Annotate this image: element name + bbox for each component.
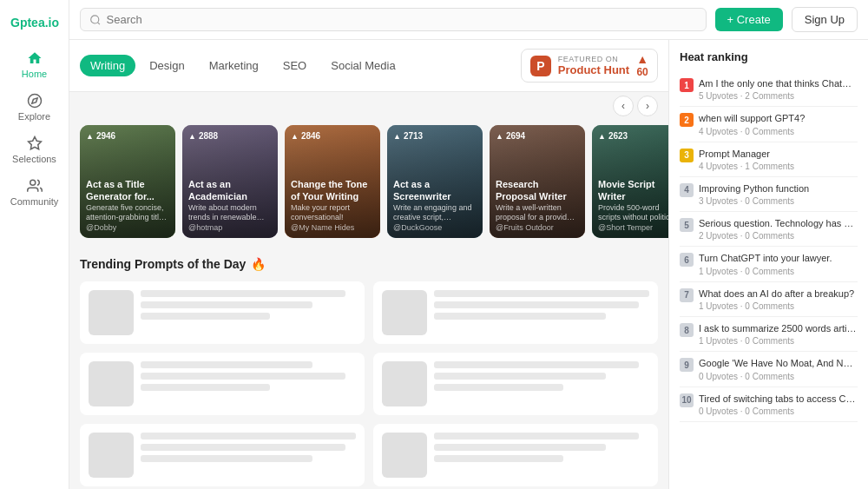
heat-rank-badge: 4 [680, 183, 694, 197]
svg-marker-1 [31, 98, 36, 103]
search-wrap [80, 8, 707, 31]
heat-item-title: Google 'We Have No Moat, And Neither Doe… [699, 357, 858, 369]
star-icon [27, 135, 43, 151]
heat-item-info: Improving Python function 3 Upvotes · 0 … [699, 182, 858, 206]
card-item[interactable]: ▲ 2846 Change the Tone of Your Writing M… [285, 125, 380, 238]
heat-ranking-item[interactable]: 9 Google 'We Have No Moat, And Neither D… [680, 352, 858, 387]
ph-icon: P [530, 56, 551, 76]
card-upvotes: ▲ 2694 [496, 131, 579, 141]
heat-item-info: I ask to summarize 2500 words article. I… [699, 322, 858, 346]
heat-ranking-item[interactable]: 7 What does an AI do after a breakup? 1 … [680, 282, 858, 317]
heat-item-title: Tired of switching tabs to access ChatGP… [699, 393, 858, 405]
card-content: ▲ 2623 Movie Script Writer Provide 500-w… [592, 125, 668, 238]
heat-ranking-list: 1 Am I the only one that thinks ChatGPT'… [680, 72, 858, 422]
card-title: Act as an Academician [188, 178, 272, 203]
topbar: + Create Sign Up [69, 0, 868, 40]
ph-featured-label: FEATURED ON [558, 55, 618, 63]
heat-item-title: What does an AI do after a breakup? [699, 287, 858, 300]
skeleton-line [141, 313, 270, 320]
cards-row: ▲ 2946 Act as a Title Generator for... G… [69, 116, 668, 247]
trending-item[interactable] [80, 353, 365, 415]
trending-info [141, 290, 356, 335]
search-input[interactable] [107, 13, 697, 26]
card-upvotes: ▲ 2946 [86, 131, 169, 141]
card-bottom: Change the Tone of Your Writing Make you… [291, 178, 374, 232]
card-prev-button[interactable]: ‹ [613, 96, 634, 116]
trending-thumbnail [382, 433, 427, 478]
skeleton-line [434, 313, 606, 320]
card-upvotes: ▲ 2623 [598, 131, 668, 141]
card-title: Research Proposal Writer [496, 178, 579, 203]
upvote-icon: ▲ [496, 132, 503, 141]
tab-social-media[interactable]: Social Media [320, 55, 405, 76]
trending-item[interactable] [373, 353, 658, 415]
heat-ranking-item[interactable]: 5 Serious question. Technology has been … [680, 212, 858, 247]
heat-item-info: Prompt Manager 4 Upvotes · 1 Comments [699, 148, 858, 171]
card-item[interactable]: ▲ 2623 Movie Script Writer Provide 500-w… [592, 125, 668, 238]
heat-item-info: Google 'We Have No Moat, And Neither Doe… [699, 357, 858, 380]
card-desc: Make your report conversational! [291, 203, 374, 223]
sidebar-item-home[interactable]: Home [0, 43, 69, 86]
trending-item[interactable] [80, 424, 365, 486]
card-item[interactable]: ▲ 2713 Act as a Screenwriter Write an en… [387, 125, 483, 238]
heat-item-title: Turn ChatGPT into your lawyer. [699, 252, 858, 264]
heat-item-meta: 4 Upvotes · 1 Comments [699, 162, 858, 171]
sidebar-item-explore[interactable]: Explore [0, 86, 69, 129]
tab-marketing[interactable]: Marketing [199, 55, 269, 76]
trending-item[interactable] [373, 424, 658, 486]
heat-item-info: when will support GPT4? 4 Upvotes · 0 Co… [699, 112, 858, 135]
trending-item[interactable] [373, 281, 658, 344]
search-icon [89, 14, 102, 26]
card-navigation: ‹ › [613, 96, 658, 116]
heat-ranking-item[interactable]: 10 Tired of switching tabs to access Cha… [680, 387, 858, 422]
product-hunt-badge[interactable]: P FEATURED ON Product Hunt ▲ 60 [521, 49, 658, 83]
trending-title: Trending Prompts of the Day [80, 257, 246, 271]
heat-item-meta: 4 Upvotes · 0 Comments [699, 127, 858, 136]
svg-point-0 [28, 95, 41, 108]
tab-writing[interactable]: Writing [80, 55, 135, 76]
heat-ranking-item[interactable]: 6 Turn ChatGPT into your lawyer. 1 Upvot… [680, 247, 858, 281]
trending-thumbnail [89, 290, 134, 335]
create-button[interactable]: + Create [715, 8, 783, 31]
card-next-button[interactable]: › [637, 96, 658, 116]
users-icon [27, 178, 43, 194]
trending-thumbnail [382, 361, 427, 406]
heat-rank-badge: 3 [680, 149, 694, 162]
heat-ranking-item[interactable]: 2 when will support GPT4? 4 Upvotes · 0 … [680, 107, 858, 142]
card-content: ▲ 2694 Research Proposal Writer Write a … [490, 125, 585, 238]
card-desc: Provide 500-word scripts without politic… [598, 203, 668, 223]
tab-design[interactable]: Design [139, 55, 194, 76]
card-bottom: Act as a Screenwriter Write an engaging … [393, 178, 477, 232]
card-desc: Write a well-written proposal for a prov… [496, 203, 579, 223]
sidebar-item-selections[interactable]: Selections [0, 129, 69, 171]
card-item[interactable]: ▲ 2694 Research Proposal Writer Write a … [490, 125, 585, 238]
card-upvotes: ▲ 2846 [291, 131, 374, 141]
skeleton-line [434, 433, 639, 439]
skeleton-line [434, 301, 639, 308]
heat-rank-badge: 10 [680, 393, 694, 407]
heat-item-meta: 3 Upvotes · 0 Comments [699, 196, 858, 206]
tab-seo[interactable]: SEO [273, 55, 317, 76]
heat-ranking-panel: Heat ranking 1 Am I the only one that th… [668, 40, 868, 489]
card-bottom: Movie Script Writer Provide 500-word scr… [598, 178, 668, 232]
heat-item-meta: 1 Upvotes · 0 Comments [699, 301, 858, 311]
skeleton-line [434, 373, 606, 380]
heat-rank-badge: 6 [680, 253, 694, 267]
card-content: ▲ 2888 Act as an Academician Write about… [182, 125, 278, 238]
card-upvotes: ▲ 2888 [188, 131, 272, 141]
skeleton-line [141, 433, 356, 439]
heat-rank-badge: 9 [680, 358, 694, 372]
trending-info [141, 361, 356, 406]
card-item[interactable]: ▲ 2946 Act as a Title Generator for... G… [80, 125, 175, 238]
sidebar-item-community[interactable]: Community [0, 171, 69, 214]
heat-item-meta: 5 Upvotes · 2 Comments [699, 91, 858, 101]
heat-ranking-item[interactable]: 8 I ask to summarize 2500 words article.… [680, 317, 858, 352]
trending-item[interactable] [80, 281, 365, 344]
card-content: ▲ 2713 Act as a Screenwriter Write an en… [387, 125, 483, 238]
signup-button[interactable]: Sign Up [792, 7, 858, 32]
trending-thumbnail [382, 290, 427, 335]
heat-ranking-item[interactable]: 3 Prompt Manager 4 Upvotes · 1 Comments [680, 142, 858, 177]
heat-ranking-item[interactable]: 1 Am I the only one that thinks ChatGPT'… [680, 72, 858, 107]
heat-ranking-item[interactable]: 4 Improving Python function 3 Upvotes · … [680, 177, 858, 212]
card-item[interactable]: ▲ 2888 Act as an Academician Write about… [182, 125, 278, 238]
